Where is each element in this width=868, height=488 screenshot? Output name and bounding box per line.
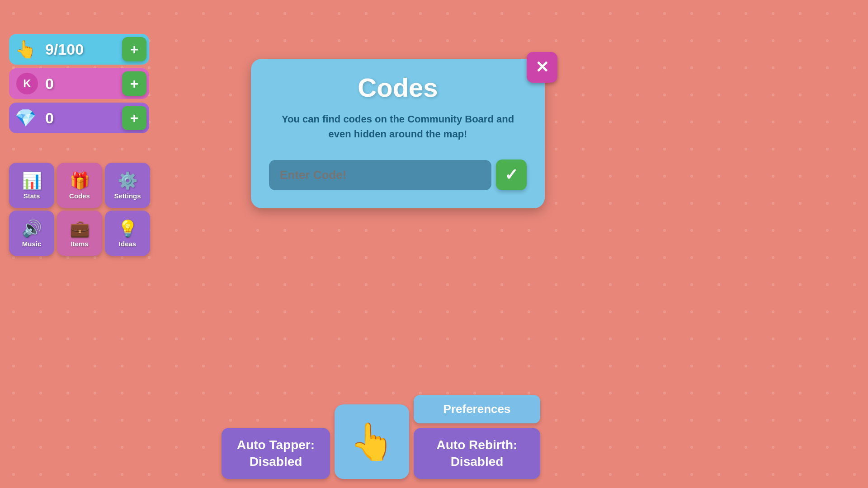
codes-label: Codes [69, 192, 90, 200]
auto-tapper-button[interactable]: Auto Tapper:Disabled [222, 428, 330, 479]
right-bottom-panel: Preferences Auto Rebirth:Disabled [414, 395, 540, 479]
action-buttons-row1: 📊 Stats 🎁 Codes ⚙️ Settings [9, 163, 150, 208]
stats-label: Stats [24, 192, 40, 200]
items-label: Items [71, 240, 88, 248]
diamonds-value: 0 [42, 109, 122, 127]
action-buttons-panel: 📊 Stats 🎁 Codes ⚙️ Settings 🔊 Music 💼 It… [9, 163, 150, 256]
auto-rebirth-label: Auto Rebirth:Disabled [437, 438, 518, 468]
kcoins-counter: K 0 + [9, 68, 149, 99]
clicks-value: 9/100 [42, 41, 122, 58]
codes-title: Codes [269, 72, 527, 103]
auto-rebirth-button[interactable]: Auto Rebirth:Disabled [414, 428, 540, 479]
ideas-icon: 💡 [118, 219, 138, 238]
codes-modal: Codes You can find codes on the Communit… [251, 59, 545, 208]
diamonds-counter: 💎 0 + [9, 103, 149, 133]
preferences-button[interactable]: Preferences [414, 395, 540, 423]
music-icon: 🔊 [22, 219, 42, 238]
close-button[interactable]: ✕ [527, 52, 557, 83]
click-icon: 👆 [9, 34, 42, 65]
ideas-button[interactable]: 💡 Ideas [105, 211, 150, 256]
clicks-plus-button[interactable]: + [122, 37, 146, 61]
music-button[interactable]: 🔊 Music [9, 211, 54, 256]
preferences-label: Preferences [443, 402, 511, 416]
kcoin-icon: K [9, 68, 42, 99]
close-icon: ✕ [535, 58, 549, 77]
stats-button[interactable]: 📊 Stats [9, 163, 54, 208]
stats-icon: 📊 [22, 171, 42, 190]
auto-tapper-label: Auto Tapper:Disabled [237, 438, 315, 468]
settings-icon: ⚙️ [118, 171, 138, 190]
diamonds-plus-button[interactable]: + [122, 106, 146, 130]
items-icon: 💼 [70, 219, 90, 238]
code-input[interactable] [269, 160, 491, 190]
tap-icon-button[interactable]: 👆 [335, 404, 409, 479]
kcoins-plus-button[interactable]: + [122, 71, 146, 96]
k-circle-icon: K [16, 73, 38, 94]
settings-button[interactable]: ⚙️ Settings [105, 163, 150, 208]
codes-icon: 🎁 [70, 171, 90, 190]
tap-hand-icon: 👆 [349, 421, 395, 463]
codes-button[interactable]: 🎁 Codes [57, 163, 102, 208]
kcoins-value: 0 [42, 75, 122, 93]
action-buttons-row2: 🔊 Music 💼 Items 💡 Ideas [9, 211, 150, 256]
items-button[interactable]: 💼 Items [57, 211, 102, 256]
code-input-row: ✓ [269, 160, 527, 190]
ideas-label: Ideas [119, 240, 136, 248]
clicks-counter: 👆 9/100 + [9, 34, 149, 65]
music-label: Music [22, 240, 42, 248]
codes-description: You can find codes on the Community Boar… [269, 112, 527, 141]
checkmark-icon: ✓ [505, 165, 518, 184]
top-left-panel: 👆 9/100 + K 0 + 💎 0 + [9, 34, 149, 133]
code-submit-button[interactable]: ✓ [496, 160, 527, 190]
bottom-panel: Auto Tapper:Disabled 👆 Preferences Auto … [222, 395, 540, 479]
settings-label: Settings [114, 192, 141, 200]
diamond-icon: 💎 [9, 103, 42, 133]
